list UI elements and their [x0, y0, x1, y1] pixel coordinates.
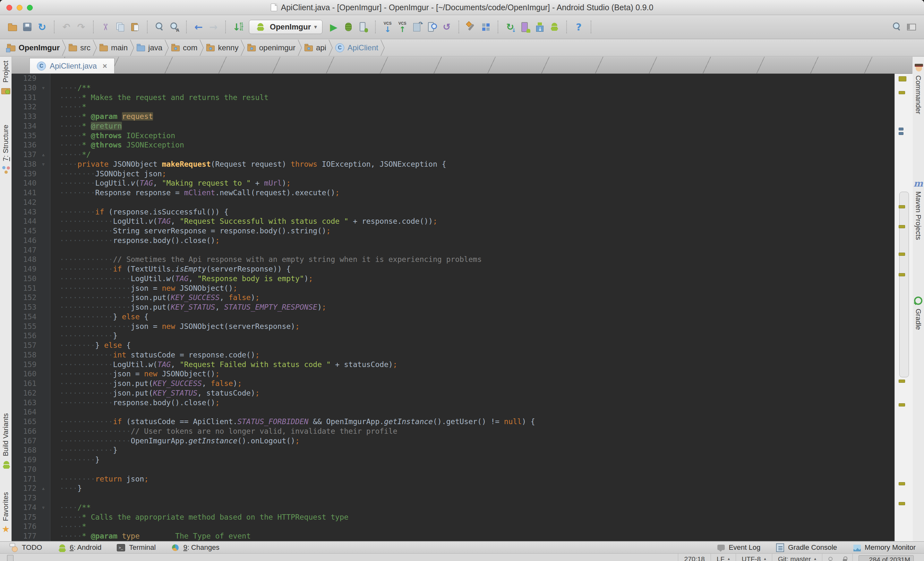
- code-line[interactable]: 163············response.body().close();: [12, 398, 894, 408]
- breadcrumb-item-openimgur[interactable]: openimgur: [245, 43, 297, 52]
- breadcrumb-item-apiclient[interactable]: CApiClient: [333, 43, 380, 52]
- code-line[interactable]: 135·····* @throws IOException: [12, 131, 894, 141]
- code-line[interactable]: 171········return json;: [12, 474, 894, 484]
- code-line[interactable]: 145············String serverResponse = r…: [12, 226, 894, 236]
- code-line[interactable]: 134·····* @return: [12, 121, 894, 131]
- code-line[interactable]: 170: [12, 465, 894, 474]
- local-history-button[interactable]: [426, 21, 438, 33]
- code-line[interactable]: 173: [12, 494, 894, 503]
- gradle-sync-button[interactable]: [504, 21, 516, 33]
- code-line[interactable]: 161············json.put(KEY_SUCCESS, fal…: [12, 379, 894, 389]
- vertical-scrollbar-thumb[interactable]: [899, 192, 909, 377]
- stripe-mark[interactable]: [898, 76, 906, 81]
- save-all-button[interactable]: [21, 21, 33, 33]
- sync-button[interactable]: [36, 21, 48, 33]
- code-line[interactable]: 131·····* Makes the request and returns …: [12, 93, 894, 103]
- code-line[interactable]: 143········if (response.isSuccessful()) …: [12, 207, 894, 217]
- open-file-button[interactable]: [6, 21, 19, 33]
- tool-window-toggle-icon[interactable]: [7, 555, 14, 561]
- sdk-manager-button[interactable]: [534, 21, 546, 33]
- sidebar-item-favorites[interactable]: Favorites: [0, 492, 12, 534]
- sidebar-item-7-structure[interactable]: 7: Structure: [0, 125, 12, 175]
- stripe-mark[interactable]: [898, 253, 905, 256]
- fold-collapse-icon[interactable]: ▿: [39, 160, 48, 169]
- tool-window-button-9-changes[interactable]: 9: Changes: [170, 542, 219, 553]
- run-config-select[interactable]: OpenImgur▾: [249, 20, 322, 34]
- revert-button[interactable]: [441, 21, 453, 33]
- vcs-branch-indicator[interactable]: Git: master▴: [772, 554, 822, 561]
- vcs-commit-button[interactable]: [396, 21, 408, 33]
- code-line[interactable]: 137▵·····*/: [12, 150, 894, 160]
- code-editor[interactable]: 129130▿····/**131·····* Makes the reques…: [12, 74, 894, 541]
- code-line[interactable]: 176·····*: [12, 522, 894, 531]
- code-line[interactable]: 146············response.body().close();: [12, 236, 894, 245]
- code-line[interactable]: 169········}: [12, 455, 894, 465]
- stripe-mark[interactable]: [898, 225, 905, 228]
- code-line[interactable]: 157········} else {: [12, 341, 894, 350]
- copy-button[interactable]: [114, 21, 126, 33]
- code-line[interactable]: 155················json = new JSONObject…: [12, 322, 894, 332]
- breadcrumb-item-openimgur[interactable]: OpenImgur: [5, 43, 62, 52]
- settings-button[interactable]: [465, 21, 477, 33]
- code-line[interactable]: 160············json = new JSONObject();: [12, 369, 894, 379]
- tool-window-button-terminal[interactable]: Terminal: [116, 542, 156, 553]
- code-line[interactable]: 174▿····/**: [12, 503, 894, 513]
- stripe-mark[interactable]: [898, 482, 905, 485]
- code-line[interactable]: 140········LogUtil.v(TAG, "Making reques…: [12, 178, 894, 188]
- tool-window-button-memory-monitor[interactable]: Memory Monitor: [851, 542, 916, 553]
- tool-window-button-event-log[interactable]: Event Log: [715, 542, 760, 553]
- zoom-window-button[interactable]: [27, 5, 33, 10]
- code-line[interactable]: 166················// User tokens are no…: [12, 427, 894, 436]
- project-structure-button[interactable]: [480, 21, 492, 33]
- tool-window-button-todo[interactable]: TODO: [8, 542, 42, 553]
- breadcrumb-item-com[interactable]: com: [170, 43, 199, 52]
- paste-button[interactable]: [129, 21, 141, 33]
- code-line[interactable]: 158············int statusCode = response…: [12, 350, 894, 360]
- undo-button[interactable]: [60, 21, 72, 33]
- code-line[interactable]: 139········JSONObject json;: [12, 169, 894, 179]
- file-encoding-indicator[interactable]: UTF-8▴: [736, 554, 772, 561]
- code-line[interactable]: 172▵····}: [12, 484, 894, 494]
- code-line[interactable]: 141········Response response = mClient.n…: [12, 188, 894, 198]
- error-stripe[interactable]: [894, 74, 913, 541]
- code-line[interactable]: 154············} else {: [12, 312, 894, 322]
- code-line[interactable]: 152················json.put(KEY_SUCCESS,…: [12, 293, 894, 303]
- code-line[interactable]: 138▿····private JSONObject makeRequest(R…: [12, 160, 894, 169]
- code-line[interactable]: 164: [12, 407, 894, 417]
- line-separator-indicator[interactable]: LF▴: [711, 554, 736, 561]
- help-button[interactable]: [573, 21, 585, 33]
- code-line[interactable]: 177·····* @param type The Type of event: [12, 531, 894, 541]
- code-line[interactable]: 144············LogUtil.v(TAG, "Request S…: [12, 217, 894, 226]
- code-line[interactable]: 149············if (TextUtils.isEmpty(ser…: [12, 265, 894, 274]
- show-changes-button[interactable]: [411, 21, 423, 33]
- code-line[interactable]: 175·····* Calls the appropriate method b…: [12, 513, 894, 522]
- code-line[interactable]: 167················OpenImgurApp.getInsta…: [12, 436, 894, 446]
- fold-end-icon[interactable]: ▵: [39, 150, 48, 160]
- code-line[interactable]: 156············}: [12, 331, 894, 341]
- code-line[interactable]: 129: [12, 74, 894, 83]
- code-line[interactable]: 147: [12, 245, 894, 255]
- code-line[interactable]: 130▿····/**: [12, 83, 894, 93]
- stripe-mark[interactable]: [898, 91, 905, 94]
- code-line[interactable]: 150················LogUtil.w(TAG, "Respo…: [12, 274, 894, 284]
- caret-position[interactable]: 270:18: [678, 554, 710, 561]
- code-line[interactable]: 148············// Sometimes the Api resp…: [12, 255, 894, 265]
- fold-end-icon[interactable]: ▵: [39, 484, 48, 494]
- code-line[interactable]: 151················json = new JSONObject…: [12, 284, 894, 293]
- breadcrumb-item-src[interactable]: src: [67, 43, 92, 52]
- tool-window-button-gradle-console[interactable]: Gradle Console: [774, 542, 837, 553]
- code-line[interactable]: 165············if (statusCode == ApiClie…: [12, 417, 894, 427]
- stripe-mark[interactable]: [898, 132, 903, 135]
- tab-apiclient-java[interactable]: C ApiClient.java ×: [30, 58, 114, 73]
- sidebar-item-gradle[interactable]: Gradle: [912, 295, 924, 330]
- stripe-mark[interactable]: [898, 127, 903, 130]
- minimize-window-button[interactable]: [16, 5, 22, 10]
- breadcrumb-item-main[interactable]: main: [98, 43, 130, 52]
- sidebar-item-commander[interactable]: Commander: [912, 62, 924, 114]
- code-line[interactable]: 159············LogUtil.w(TAG, "Request F…: [12, 360, 894, 370]
- cut-button[interactable]: [99, 21, 112, 33]
- code-line[interactable]: 142: [12, 198, 894, 207]
- tool-window-button-6-android[interactable]: 6: Android: [56, 542, 101, 553]
- fold-collapse-icon[interactable]: ▿: [39, 503, 48, 513]
- memory-indicator[interactable]: 284 of 2031M: [852, 554, 920, 561]
